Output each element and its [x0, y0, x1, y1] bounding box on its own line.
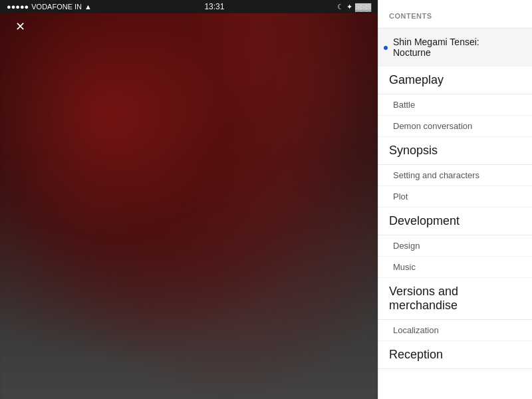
- status-bar: ●●●●● VODAFONE IN ▲ 13:31 ☾ ✦ ▓▓▓: [0, 0, 378, 13]
- close-icon: ✕: [15, 21, 25, 33]
- toc-item-plot[interactable]: Plot: [378, 186, 532, 207]
- status-left: ●●●●● VODAFONE IN ▲: [7, 3, 92, 11]
- status-right: ☾ ✦ ▓▓▓: [337, 3, 371, 11]
- sidebar-toc: CONTENTS Shin Megami Tensei:Nocturne Gam…: [378, 0, 532, 399]
- moon-icon: ☾: [337, 3, 344, 11]
- close-button[interactable]: ✕: [10, 17, 30, 37]
- time-display: 13:31: [204, 2, 224, 11]
- wifi-icon: ▲: [84, 3, 92, 11]
- toc-link-design[interactable]: Design: [378, 235, 532, 257]
- toc-link-battle[interactable]: Battle: [378, 94, 532, 116]
- toc-item-music[interactable]: Music: [378, 257, 532, 278]
- toc-item-synopsis[interactable]: Synopsis: [378, 137, 532, 165]
- battery-icon: ▓▓▓: [355, 3, 371, 11]
- toc-item-gameplay[interactable]: Gameplay: [378, 66, 532, 94]
- toc-link-music[interactable]: Music: [378, 257, 532, 278]
- toc-link-demon-conversation[interactable]: Demon conversation: [378, 116, 532, 137]
- toc-item-development[interactable]: Development: [378, 207, 532, 235]
- toc-item-reception[interactable]: Reception: [378, 341, 532, 369]
- bluetooth-icon: ✦: [346, 3, 352, 11]
- background-image: [0, 0, 378, 399]
- toc-item-localization[interactable]: Localization: [378, 320, 532, 341]
- toc-link-shin-megami[interactable]: Shin Megami Tensei:Nocturne: [378, 29, 532, 66]
- toc-item-versions[interactable]: Versions and merchandise: [378, 278, 532, 320]
- contents-header: CONTENTS: [378, 0, 532, 29]
- toc-link-development[interactable]: Development: [378, 207, 532, 235]
- toc-item-demon-conversation[interactable]: Demon conversation: [378, 116, 532, 137]
- signal-dots: ●●●●●: [7, 3, 29, 11]
- toc-link-versions[interactable]: Versions and merchandise: [378, 278, 532, 320]
- toc-link-reception[interactable]: Reception: [378, 341, 532, 369]
- toc-item-shin-megami[interactable]: Shin Megami Tensei:Nocturne: [378, 29, 532, 66]
- active-indicator: [384, 46, 388, 50]
- toc-item-design[interactable]: Design: [378, 235, 532, 257]
- toc-link-setting[interactable]: Setting and characters: [378, 165, 532, 186]
- toc-link-synopsis[interactable]: Synopsis: [378, 137, 532, 165]
- toc-link-plot[interactable]: Plot: [378, 186, 532, 207]
- toc-item-setting[interactable]: Setting and characters: [378, 165, 532, 186]
- toc-list: Shin Megami Tensei:Nocturne Gameplay Bat…: [378, 29, 532, 369]
- contents-title: CONTENTS: [389, 12, 432, 20]
- toc-item-battle[interactable]: Battle: [378, 94, 532, 116]
- toc-link-localization[interactable]: Localization: [378, 320, 532, 341]
- main-content: ●●●●● VODAFONE IN ▲ 13:31 ☾ ✦ ▓▓▓ ✕: [0, 0, 378, 399]
- toc-link-gameplay[interactable]: Gameplay: [378, 66, 532, 94]
- carrier-label: VODAFONE IN: [31, 3, 82, 11]
